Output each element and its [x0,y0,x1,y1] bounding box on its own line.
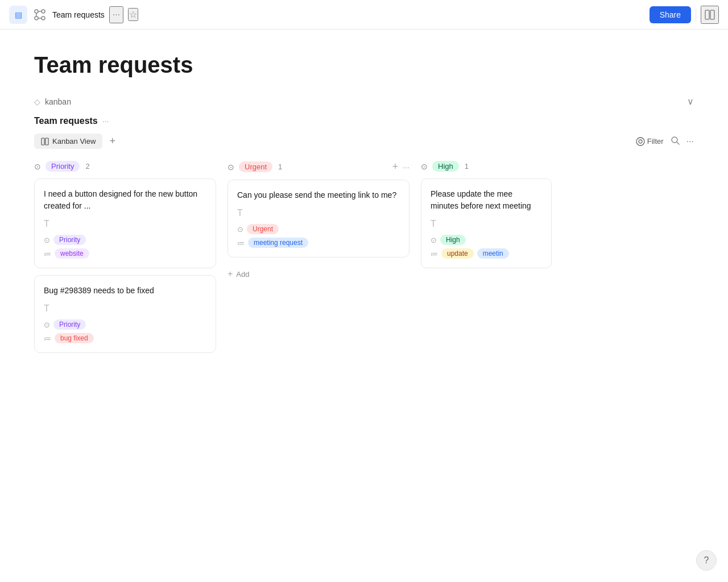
card-meeting-link: Can you please send the meeting link to … [228,180,410,257]
svg-point-11 [636,138,644,146]
card-label-row-2: ≔ bug fixed [44,333,206,343]
col-badge-priority: Priority [46,161,80,172]
tag-label-icon: ≔ [44,250,51,258]
layout-toggle-button[interactable] [701,6,719,24]
card-tag-row-3: ⊙ Urgent [237,224,400,234]
svg-rect-10 [46,138,48,145]
tag-status-icon-3: ⊙ [237,225,243,234]
workflow-icon [32,7,48,23]
main-content: Team requests ◇ kanban ∨ Team requests ·… [0,30,728,394]
tag-update: update [441,248,474,259]
header-divider [696,8,696,22]
add-view-button[interactable]: + [107,133,118,149]
card-text-bug-fix: Bug #298389 needs to be fixed [44,285,206,297]
kanban-header-row: ◇ kanban ∨ [34,96,694,107]
kanban-col-high: ⊙ High 1 Please update the mee minutes b… [421,161,552,360]
svg-line-14 [677,142,679,144]
col-collapse-urgent[interactable]: ⊙ [228,163,234,172]
card-meeting-minutes: Please update the mee minutes before nex… [421,178,552,268]
tag-status-icon-4: ⊙ [431,236,437,244]
col-more-urgent-button[interactable]: ··· [403,163,410,172]
card-tag-row-2: ⊙ Priority [44,319,206,330]
add-label: Add [236,270,249,278]
tag-urgent: Urgent [247,224,279,234]
page-title: Team requests [34,52,694,78]
tag-status-icon-2: ⊙ [44,321,50,329]
toolbar: Kanban View + Filter ··· [34,133,694,149]
kanban-board: ⊙ Priority 2 I need a button designed fo… [34,161,694,360]
tag-label-icon-3: ≔ [237,239,245,247]
col-count-high: 1 [465,162,469,171]
col-add-urgent-button[interactable]: + [392,161,399,173]
col-header-urgent: ⊙ Urgent 1 + ··· [228,161,410,173]
tag-priority: Priority [53,235,86,245]
tag-label-icon-2: ≔ [44,334,51,343]
svg-point-1 [42,10,45,13]
col-count-priority: 2 [85,162,89,171]
kanban-col-priority: ⊙ Priority 2 I need a button designed fo… [34,161,216,360]
card-type-icon-2: T [44,304,206,314]
header-favorite-button[interactable]: ☆ [128,8,138,21]
svg-point-12 [639,140,642,143]
header-more-button[interactable]: ··· [109,6,123,23]
col-count-urgent: 1 [278,163,282,171]
add-card-urgent[interactable]: + Add [228,264,410,284]
app-header: ▤ Team requests ··· ☆ Share [0,0,728,30]
tag-status-icon: ⊙ [44,236,50,244]
svg-point-3 [42,16,45,20]
svg-point-13 [672,137,677,143]
card-tag-row: ⊙ Priority [44,235,206,245]
header-title: Team requests [52,10,105,19]
filter-button[interactable]: Filter [636,137,664,146]
card-button-design: I need a button designed for the new but… [34,178,216,268]
svg-rect-9 [42,138,44,145]
tag-bug-fixed: bug fixed [55,333,94,343]
svg-rect-7 [705,10,709,19]
kanban-col-urgent: ⊙ Urgent 1 + ··· Can you please send the… [228,161,410,360]
card-type-icon: T [44,219,206,229]
tag-website: website [55,248,89,259]
col-header-high: ⊙ High 1 [421,161,552,172]
toolbar-right: Filter ··· [636,136,694,147]
svg-point-2 [35,16,38,20]
svg-point-0 [35,10,38,13]
board-title: Team requests [34,116,98,126]
share-button[interactable]: Share [650,6,691,23]
card-text-button-design: I need a button designed for the new but… [44,188,206,212]
card-text-meeting-minutes: Please update the mee minutes before nex… [431,188,542,212]
card-text-meeting-link: Can you please send the meeting link to … [237,189,400,201]
kanban-icon: ◇ [34,97,40,106]
search-button[interactable] [671,136,680,147]
card-bug-fix: Bug #298389 needs to be fixed T ⊙ Priori… [34,275,216,353]
board-more-button[interactable]: ··· [686,136,694,147]
col-badge-urgent: Urgent [239,161,272,172]
col-badge-high: High [432,161,459,172]
header-right-actions: Share [650,6,719,24]
kanban-label: kanban [45,97,71,106]
tag-high: High [440,235,466,245]
card-label-row-4: ≔ update meetin [431,248,542,259]
card-label-row-3: ≔ meeting request [237,238,400,248]
tag-label-icon-4: ≔ [431,250,438,258]
card-label-row: ≔ website [44,248,206,259]
card-type-icon-4: T [431,219,542,229]
kanban-collapse-button[interactable]: ∨ [687,96,694,107]
board-section: Team requests ··· Kanban View + Filt [34,116,694,360]
board-title-row: Team requests ··· [34,116,694,126]
card-type-icon-3: T [237,208,400,218]
col-header-priority: ⊙ Priority 2 [34,161,216,172]
card-tag-row-4: ⊙ High [431,235,542,245]
svg-rect-8 [710,10,714,19]
col-collapse-high[interactable]: ⊙ [421,162,428,171]
add-plus-icon: + [228,269,233,279]
col-collapse-priority[interactable]: ⊙ [34,162,41,171]
tag-priority-2: Priority [53,319,86,330]
kanban-view-button[interactable]: Kanban View [34,134,102,149]
board-more-button[interactable]: ··· [102,117,109,126]
doc-icon: ▤ [9,6,27,24]
tag-meetin: meetin [477,248,509,259]
tag-meeting-request: meeting request [248,238,308,248]
